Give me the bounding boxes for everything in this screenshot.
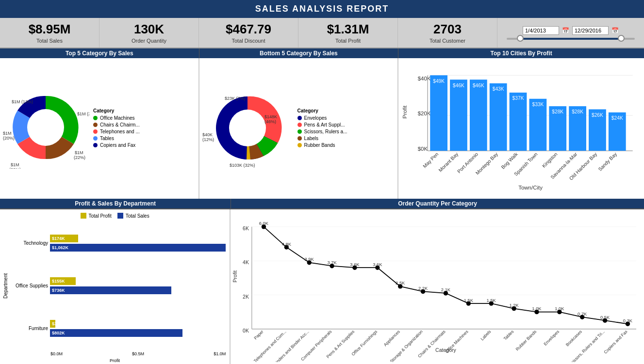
kpi-total-customer-label: Total Customer	[400, 38, 495, 44]
svg-text:Profit: Profit	[232, 270, 238, 283]
furn-sales-bar: $802K	[50, 329, 182, 337]
svg-text:Kingston: Kingston	[541, 151, 559, 169]
kpi-total-profit-label: Total Profit	[300, 38, 396, 44]
svg-text:Tables: Tables	[503, 329, 515, 341]
furn-profit-bar: $31K	[50, 320, 55, 328]
svg-text:Appliances: Appliances	[383, 329, 401, 348]
top10-chart-panel: $40K $20K $0K $49K $46K	[398, 58, 644, 199]
kpi-total-discount-value: $467.79	[201, 22, 296, 37]
slider-left-thumb[interactable]	[517, 35, 524, 42]
kpi-total-discount: $467.79 Total Discount	[199, 18, 298, 47]
office-sales-bar: $736K	[50, 286, 171, 294]
svg-text:$33K: $33K	[532, 102, 544, 107]
svg-text:6K: 6K	[243, 225, 249, 231]
dept-row-office-supplies: Office Supplies $155K $736K	[9, 277, 226, 294]
kpi-total-profit-value: $1.31M	[300, 22, 396, 37]
tech-sales-bar: $1,062K	[50, 244, 226, 252]
svg-text:$1M: $1M	[3, 131, 12, 136]
svg-text:Bog Walk: Bog Walk	[500, 151, 519, 170]
bottom5-chart-panel: $148K (46%) $103K (32%) $40K (12%) $23K …	[199, 58, 398, 199]
end-date-input[interactable]	[572, 26, 609, 35]
svg-text:$24K: $24K	[611, 115, 623, 121]
order-chart-panel: 6K 4K 2K 0K Profit 6.0K	[230, 209, 644, 364]
report-header: SALES ANALYSIS REPORT	[0, 0, 644, 18]
svg-text:$40K: $40K	[418, 76, 431, 81]
top5-chart-content: $1M (23%) $1M (22%) $1M (22%) $1M (20%) …	[0, 58, 198, 199]
svg-text:6.0K: 6.0K	[259, 221, 269, 226]
svg-text:1.0K: 1.0K	[555, 306, 564, 311]
svg-text:Envelopes: Envelopes	[543, 329, 560, 347]
kpi-total-customer-value: 2703	[400, 22, 495, 37]
svg-text:$1M (23%): $1M (23%)	[77, 111, 89, 116]
svg-text:$148K: $148K	[264, 114, 277, 119]
svg-text:$103K (32%): $103K (32%)	[230, 163, 255, 168]
bottom5-donut-chart: $148K (46%) $103K (32%) $40K (12%) $23K …	[201, 85, 294, 172]
kpi-total-sales: $8.95M Total Sales	[0, 18, 99, 47]
office-profit-bar: $155K	[50, 277, 76, 285]
kpi-total-discount-label: Total Discount	[201, 38, 296, 44]
svg-text:1.0K: 1.0K	[532, 306, 542, 311]
date-range-slider[interactable]	[507, 38, 635, 40]
order-section-header: Order Quantity Per Category	[231, 199, 644, 208]
kpi-row: $8.95M Total Sales 130K Order Quantity $…	[0, 18, 644, 48]
svg-text:0.7K: 0.7K	[578, 312, 587, 317]
svg-rect-32	[510, 93, 527, 151]
kpi-total-sales-value: $8.95M	[2, 22, 97, 37]
calendar-icon-start[interactable]: 📅	[562, 27, 569, 34]
svg-text:0.5K: 0.5K	[600, 315, 610, 320]
svg-text:$46K: $46K	[473, 83, 484, 88]
top5-legend: Category Office Machines Chairs & Chairm…	[89, 108, 197, 149]
svg-text:2.2K: 2.2K	[418, 286, 428, 291]
svg-text:$23K (7%): $23K (7%)	[225, 96, 246, 101]
svg-text:$37K: $37K	[512, 95, 524, 101]
svg-text:$43K: $43K	[493, 86, 504, 92]
dept-row-furniture: Furniture $31K $802K	[9, 320, 226, 337]
svg-text:2K: 2K	[243, 294, 249, 300]
svg-text:(12%): (12%)	[202, 137, 214, 142]
svg-text:2.1K: 2.1K	[441, 287, 451, 292]
kpi-order-qty: 130K Order Quantity	[99, 18, 199, 47]
svg-text:(22%): (22%)	[74, 155, 85, 160]
top5-chart-panel: $1M (23%) $1M (22%) $1M (22%) $1M (20%) …	[0, 58, 199, 199]
tech-profit-bar: $174K	[50, 235, 78, 242]
top10-section-header: Top 10 Cities By Profit	[398, 48, 644, 58]
svg-text:$1M: $1M	[75, 150, 83, 155]
svg-text:Rubber Bands: Rubber Bands	[515, 329, 538, 352]
top5-donut-chart: $1M (23%) $1M (22%) $1M (22%) $1M (20%) …	[2, 86, 89, 171]
svg-text:$46K: $46K	[453, 83, 464, 88]
bottom5-section-header: Bottom 5 Category By Sales	[199, 48, 398, 58]
kpi-order-qty-label: Order Quantity	[101, 38, 197, 44]
svg-rect-24	[430, 75, 447, 151]
section-headers-row1: Top 5 Category By Sales Bottom 5 Categor…	[0, 48, 644, 58]
kpi-order-qty-value: 130K	[101, 22, 197, 37]
svg-rect-30	[490, 83, 507, 151]
svg-text:3.6K: 3.6K	[373, 262, 382, 267]
svg-text:$0K: $0K	[418, 146, 428, 152]
dept-y-axis-title: Department	[2, 222, 9, 349]
svg-text:Category: Category	[435, 347, 456, 353]
top10-bar-chart: $40K $20K $0K $49K $46K	[400, 60, 642, 199]
svg-text:Profit: Profit	[402, 105, 408, 119]
slider-right-thumb[interactable]	[618, 35, 625, 42]
svg-text:3.9K: 3.9K	[305, 257, 314, 262]
svg-text:0.3K: 0.3K	[623, 318, 633, 323]
charts-row2: Total Profit Total Sales Department Tech…	[0, 208, 644, 364]
dept-x-title: Profit	[0, 358, 230, 363]
svg-text:$28K: $28K	[572, 109, 583, 114]
order-chart-content: 6K 4K 2K 0K Profit 6.0K	[231, 209, 644, 364]
svg-text:$26K: $26K	[592, 112, 603, 118]
svg-text:$49K: $49K	[433, 79, 445, 84]
kpi-total-sales-label: Total Sales	[2, 38, 97, 44]
svg-text:Sandy Bay: Sandy Bay	[597, 151, 618, 172]
kpi-total-customer: 2703 Total Customer	[398, 18, 497, 47]
svg-text:0K: 0K	[243, 328, 249, 333]
kpi-total-profit: $1.31M Total Profit	[298, 18, 398, 47]
date-controls: 📅 📅	[497, 18, 644, 47]
svg-text:$28K: $28K	[552, 109, 563, 114]
section-headers-row2: Profit & Sales By Department Order Quant…	[0, 199, 644, 208]
dept-row-technology: Technology $174K $1,062K	[9, 235, 226, 252]
top5-section-header: Top 5 Category By Sales	[0, 48, 199, 58]
calendar-icon-end[interactable]: 📅	[611, 27, 619, 34]
svg-text:(46%): (46%)	[264, 119, 276, 124]
start-date-input[interactable]	[523, 26, 559, 35]
